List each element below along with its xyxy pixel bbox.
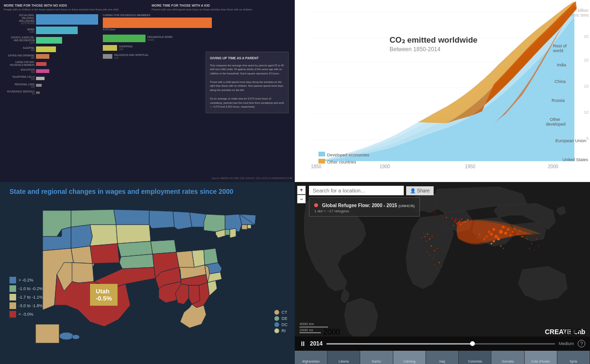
photo-label-colombia: Colombia: [468, 360, 482, 363]
svg-marker-40: [90, 244, 119, 264]
svg-text:Between 1850-2014: Between 1850-2014: [390, 46, 441, 53]
right-household-work: HOUSEHOLD WORK3,000: [147, 36, 172, 41]
svg-text:20: 20: [584, 58, 589, 63]
svg-point-143: [436, 248, 437, 249]
svg-text:1850: 1850: [311, 164, 322, 169]
time-use-panel: MORE TIME FOR THOSE WITH NO KIDS People …: [0, 0, 295, 182]
svg-point-142: [427, 252, 428, 253]
timeline-bar[interactable]: [327, 343, 555, 345]
svg-text:developed: developed: [546, 122, 566, 127]
photo-strip: Afghanistan Liberia Darfur Calming: [295, 351, 590, 364]
svg-text:Russia: Russia: [552, 98, 565, 103]
photo-label-syria: Syria: [570, 360, 577, 363]
svg-text:Other: Other: [550, 117, 561, 122]
photo-item-somalia[interactable]: Somalia: [491, 351, 524, 364]
zoom-out-button[interactable]: −: [297, 195, 306, 203]
svg-point-97: [434, 212, 436, 214]
svg-marker-69: [204, 248, 218, 265]
bar-label-household-services: HOUSEHOLD SERVICES44: [4, 90, 35, 95]
svg-point-80: [59, 332, 73, 340]
year-end: 2016: [563, 328, 581, 337]
svg-text:European Union: European Union: [555, 138, 586, 143]
svg-text:1950: 1950: [465, 164, 476, 169]
svg-marker-44: [114, 209, 149, 225]
photo-item-iraq[interactable]: Iraq: [426, 351, 459, 364]
svg-point-90: [461, 218, 463, 220]
photo-item-liberia[interactable]: Liberia: [327, 351, 360, 364]
svg-point-107: [421, 237, 422, 238]
svg-point-96: [441, 215, 443, 216]
textbox: GIVING UP TIME AS A PARENT This compares…: [206, 52, 289, 113]
share-label: Share: [417, 188, 430, 193]
svg-point-106: [426, 241, 427, 242]
svg-point-105: [432, 236, 433, 237]
photo-label-iraq: Iraq: [439, 360, 445, 363]
play-button[interactable]: ⏸: [300, 340, 306, 347]
current-year: 2014: [310, 340, 323, 347]
svg-point-129: [500, 246, 502, 247]
svg-point-148: [441, 266, 442, 267]
svg-marker-50: [149, 210, 174, 228]
co2-panel: 30 billion metric tons 25 20 15 10 5 185…: [295, 0, 590, 182]
refugee-panel: + − 👤 Share Global Refugee Flow: 2000 - …: [295, 182, 590, 364]
search-bar: 👤 Share: [309, 186, 434, 195]
svg-text:Other countries: Other countries: [327, 160, 356, 164]
svg-point-125: [490, 243, 492, 245]
svg-point-149: [436, 268, 437, 269]
svg-text:1900: 1900: [380, 164, 390, 169]
legend-color-2: [9, 285, 16, 292]
photo-label-afghanistan: Afghanistan: [302, 360, 320, 363]
svg-point-95: [446, 217, 447, 218]
panel1-subtitle-left: People with no children in the house spe…: [4, 8, 143, 11]
svg-point-104: [423, 233, 424, 234]
svg-point-99: [425, 208, 426, 209]
bar-label-sports: SPORTS, EXERCISE,AND RECREATION1,670: [4, 36, 35, 44]
photo-item-cote-divoire[interactable]: Cote d'Ivoire: [525, 351, 557, 364]
svg-marker-76: [242, 225, 247, 229]
zoom-controls[interactable]: + −: [297, 186, 306, 203]
share-icon: 👤: [410, 188, 416, 193]
help-button[interactable]: ?: [578, 340, 585, 347]
search-input[interactable]: [309, 186, 404, 195]
svg-text:CO₂ emitted worldwide: CO₂ emitted worldwide: [390, 36, 478, 45]
speed-label: Medium: [559, 341, 574, 346]
share-button[interactable]: 👤 Share: [406, 186, 434, 195]
svg-point-102: [425, 236, 426, 237]
svg-text:China: China: [554, 79, 566, 84]
year-start: 2000: [323, 328, 340, 337]
svg-text:India: India: [557, 63, 566, 67]
us-map-panel: State and regional changes in wages and …: [0, 182, 295, 364]
photo-item-afghanistan[interactable]: Afghanistan: [295, 351, 327, 364]
right-religious: RELIGIOUS AND SPIRITUAL124: [114, 54, 149, 59]
photo-item-calming[interactable]: Calming: [393, 351, 426, 364]
photo-label-somalia: Somalia: [502, 360, 514, 363]
bar-label-education: EDUCATION519: [4, 68, 35, 73]
svg-point-144: [429, 255, 430, 256]
svg-point-138: [534, 250, 535, 251]
timeline: ⏸ 2014 Medium ?: [295, 337, 590, 351]
photo-label-liberia: Liberia: [339, 360, 349, 363]
small-state-ri: RI: [281, 328, 286, 333]
photo-item-colombia[interactable]: Colombia: [459, 351, 491, 364]
svg-marker-64: [180, 304, 206, 328]
svg-marker-58: [192, 250, 205, 267]
panel1-source: Source: AMERICAN TIME USE SURVEY, 2011-2…: [211, 177, 292, 180]
bar-label-socializing: SOCIALIZING,RELAXING,AND LEISURE4,273 ho…: [4, 14, 35, 25]
bar-label-telephone: TELEPHONE CALLS519: [4, 75, 35, 81]
svg-marker-77: [247, 225, 251, 228]
photo-item-syria[interactable]: Syria: [557, 351, 590, 364]
panel1-title-left: MORE TIME FOR THOSE WITH NO KIDS: [4, 4, 143, 7]
svg-text:Rest of: Rest of: [553, 44, 567, 48]
timeline-dot: [470, 341, 475, 346]
svg-marker-70: [204, 214, 225, 232]
refugee-legend: Global Refugee Flow: 2000 - 2015 (UNHCR)…: [309, 197, 420, 217]
svg-text:Developed economies: Developed economies: [327, 153, 370, 157]
svg-point-128: [522, 236, 523, 237]
bar-label-eating: EATING AND DRINKING883: [4, 54, 35, 59]
photo-item-darfur[interactable]: Darfur: [360, 351, 393, 364]
svg-point-147: [434, 264, 435, 265]
svg-point-84: [459, 220, 461, 222]
svg-point-98: [429, 210, 430, 211]
svg-point-94: [452, 218, 453, 219]
zoom-in-button[interactable]: +: [297, 186, 306, 194]
